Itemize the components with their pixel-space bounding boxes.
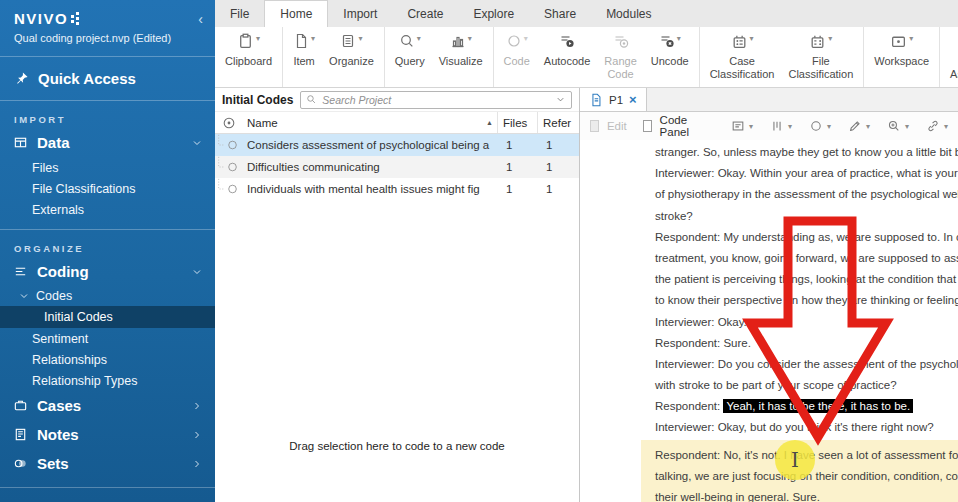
chevron-right-icon[interactable] <box>191 458 203 470</box>
ribbon-group: ▾Case Classification▾File Classification <box>700 27 865 87</box>
chevron-right-icon[interactable] <box>191 400 203 412</box>
case-classification-button[interactable]: ▾Case Classification <box>703 30 782 87</box>
table-row[interactable]: Considers assessment of psychological be… <box>215 134 579 156</box>
close-icon[interactable]: × <box>629 93 637 106</box>
coding-stripes-tool[interactable]: ▾ <box>770 119 792 133</box>
dropdown-caret-icon: ▾ <box>358 35 362 43</box>
organize-button[interactable]: ▾Organize <box>322 30 381 87</box>
files-count: 1 <box>497 139 537 151</box>
chevron-down-icon[interactable] <box>191 137 203 149</box>
annotation-icon <box>731 119 745 133</box>
section-header-organize: ORGANIZE <box>0 230 215 257</box>
sidebar-item-codes[interactable]: Codes <box>0 286 215 306</box>
dropdown-caret-icon: ▾ <box>866 123 870 131</box>
uncode-button[interactable]: ▾Uncode <box>644 30 696 87</box>
autocode-button[interactable]: Autocode <box>537 30 597 87</box>
document-line: stranger. So, unless maybe they get to k… <box>655 142 958 163</box>
ribbon-button-label: Autocode <box>544 55 590 68</box>
dropdown-caret-icon: ▾ <box>256 35 260 43</box>
item-button[interactable]: ▾Item <box>286 30 322 87</box>
annotation-tool[interactable]: ▾ <box>731 119 753 133</box>
sidebar-item-relationship-types[interactable]: Relationship Types <box>0 370 215 391</box>
chevron-down-icon[interactable] <box>191 266 203 278</box>
table-row[interactable]: Difficulties communicating11 <box>215 156 579 178</box>
dropdown-caret-icon: ▾ <box>677 35 681 43</box>
ribbon-tabstrip: FileHomeImportCreateExploreShareModules <box>215 0 958 27</box>
column-header-files[interactable]: Files <box>497 112 537 133</box>
ribbon-tab-import[interactable]: Import <box>328 0 392 27</box>
sidebar-item-label: Codes <box>36 289 72 303</box>
autocode-icon <box>559 33 575 49</box>
column-header-references[interactable]: Refer <box>537 112 579 133</box>
chevron-down-icon[interactable] <box>555 94 566 105</box>
ribbon-tab-modules[interactable]: Modules <box>591 0 666 27</box>
sidebar-item-file-classifications[interactable]: File Classifications <box>0 178 215 199</box>
notes-icon <box>13 427 28 442</box>
document-line: treatment, you know, going forward, we a… <box>655 248 958 269</box>
file-classification-button[interactable]: ▾File Classification <box>781 30 860 87</box>
document-line: Interviewer: Okay. <box>655 312 958 333</box>
sidebar-item-files[interactable]: Files <box>0 157 215 178</box>
code-panel-checkbox[interactable] <box>643 120 652 132</box>
document-text: stranger. So, unless maybe they get to k… <box>655 146 958 158</box>
visualize-button[interactable]: ▾Visualize <box>432 30 490 87</box>
ribbon-tab-home[interactable]: Home <box>264 0 328 27</box>
dropdown-caret-icon: ▾ <box>417 35 421 43</box>
link-tool[interactable]: ▾ <box>926 119 948 133</box>
references-count: 1 <box>537 161 579 173</box>
codes-table-body: Considers assessment of psychological be… <box>215 134 579 200</box>
ribbon: ▾Clipboard▾Item▾Organize▾Query▾Visualize… <box>215 27 958 87</box>
organize-icon <box>340 33 356 49</box>
uncode-icon <box>659 33 675 49</box>
list-panel-title: Initial Codes <box>222 93 293 107</box>
table-row[interactable]: Individuals with mental health issues mi… <box>215 178 579 200</box>
clipboard-button[interactable]: ▾Clipboard <box>218 30 279 87</box>
chevron-right-icon[interactable] <box>191 429 203 441</box>
sidebar-item-data[interactable]: Data <box>0 128 215 157</box>
table-header[interactable]: Name ▲ Files Refer <box>215 111 579 134</box>
document-icon <box>589 93 603 107</box>
workspace-button[interactable]: ▾Workspace <box>867 30 936 87</box>
dropdown-caret-icon: ▾ <box>468 35 472 43</box>
ribbon-button-label: AI Assistant <box>950 55 958 80</box>
ribbon-tab-explore[interactable]: Explore <box>458 0 529 27</box>
document-tab-p1[interactable]: P1 × <box>580 88 647 111</box>
section-header-import: IMPORT <box>0 101 215 128</box>
sidebar-item-sentiment[interactable]: Sentiment <box>0 328 215 349</box>
sidebar-item-cases[interactable]: Cases <box>0 391 215 420</box>
sidebar-item-quick-access[interactable]: Quick Access <box>0 57 215 100</box>
code-circle-tool[interactable]: ▾ <box>809 119 831 133</box>
document-content[interactable]: stranger. So, unless maybe they get to k… <box>580 140 958 502</box>
query-button[interactable]: ▾Query <box>388 30 432 87</box>
coding-icon <box>13 264 28 279</box>
codes-list-panel: Initial Codes Search Project Name ▲ File… <box>215 88 580 502</box>
item-icon <box>293 33 309 49</box>
sidebar-collapse-button[interactable]: ‹ <box>198 11 203 27</box>
code-panel-label: Code Panel <box>660 114 701 138</box>
sidebar-item-notes[interactable]: Notes <box>0 420 215 449</box>
search-input[interactable]: Search Project <box>300 91 572 109</box>
ribbon-tab-share[interactable]: Share <box>529 0 591 27</box>
edit-checkbox[interactable] <box>590 120 599 132</box>
black-highlighted-text: Yeah, it has to be there, it has to be. <box>723 399 913 413</box>
zoom-tool[interactable]: ▾ <box>887 119 909 133</box>
ribbon-tab-create[interactable]: Create <box>392 0 458 27</box>
sidebar-item-relationships[interactable]: Relationships <box>0 349 215 370</box>
document-toolbar-icons: ▾▾▾▾▾▾ <box>731 119 948 133</box>
highlighter-tool[interactable]: ▾ <box>848 119 870 133</box>
column-header-name[interactable]: Name ▲ <box>242 112 497 133</box>
sidebar-item-label: Sets <box>37 455 69 472</box>
ribbon-group: ▾Workspace <box>864 27 940 87</box>
ribbon-tab-file[interactable]: File <box>215 0 264 27</box>
sidebar-item-externals[interactable]: Externals <box>0 199 215 220</box>
ai-assistant-button[interactable]: AI Assistant <box>943 30 958 87</box>
sidebar-item-sets[interactable]: Sets <box>0 449 215 478</box>
open-code-icon <box>215 178 242 200</box>
sidebar-nav: IMPORTDataFilesFile ClassificationsExter… <box>0 101 215 502</box>
chevron-down-icon[interactable] <box>18 290 30 302</box>
document-tab-label: P1 <box>609 94 623 106</box>
sidebar-item-initial-codes[interactable]: Initial Codes <box>0 306 215 328</box>
visualize-icon <box>450 33 466 49</box>
drag-hint-dropzone[interactable]: Drag selection here to code to a new cod… <box>215 440 579 452</box>
sidebar-item-coding[interactable]: Coding <box>0 257 215 286</box>
